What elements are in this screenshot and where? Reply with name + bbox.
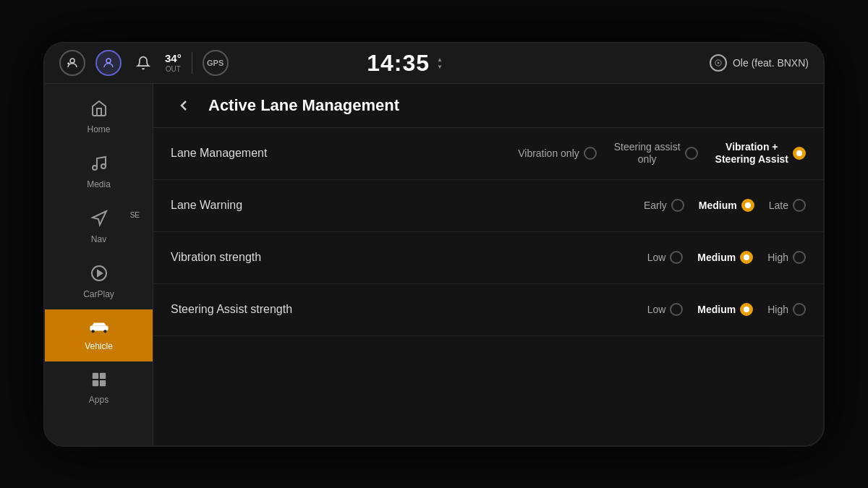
lane-warning-options: Early Medium Late xyxy=(644,199,806,212)
option-vibration-only[interactable]: Vibration only xyxy=(518,147,597,160)
settings-list: Lane Management Vibration only Steering … xyxy=(153,128,823,445)
radio-early[interactable] xyxy=(671,199,684,212)
time-arrows: ▲ ▼ xyxy=(437,56,443,70)
svg-marker-9 xyxy=(98,270,102,276)
music-play-icon xyxy=(710,54,727,72)
steering-strength-options: Low Medium High xyxy=(647,303,806,316)
media-icon xyxy=(90,155,108,176)
svg-rect-15 xyxy=(92,380,98,385)
setting-row-steering-strength: Steering Assist strength Low Medium High xyxy=(153,284,823,336)
driver-icon[interactable] xyxy=(59,50,85,76)
nav-label: Nav xyxy=(91,234,106,244)
car-screen: 34° OUT GPS 14:35 ▲ ▼ Ole (feat. BNXN) xyxy=(43,42,825,447)
radio-vib-high[interactable] xyxy=(793,251,806,264)
sidebar-item-vehicle[interactable]: Vehicle xyxy=(45,309,153,361)
back-button[interactable] xyxy=(171,93,197,119)
lane-management-label: Lane Management xyxy=(171,147,330,160)
radio-steer-low[interactable] xyxy=(670,303,683,316)
setting-row-lane-warning: Lane Warning Early Medium Late xyxy=(153,180,823,232)
carplay-icon xyxy=(90,265,108,286)
person-icon[interactable] xyxy=(95,50,122,76)
radio-steer-medium[interactable] xyxy=(740,303,753,316)
svg-point-12 xyxy=(103,330,106,333)
page-title: Active Lane Management xyxy=(208,96,399,115)
radio-vib-low[interactable] xyxy=(670,251,683,264)
radio-medium-warning[interactable] xyxy=(741,199,754,212)
svg-point-2 xyxy=(106,59,111,63)
svg-point-1 xyxy=(67,62,69,64)
option-steering-only[interactable]: Steering assistonly xyxy=(614,141,698,166)
carplay-label: CarPlay xyxy=(83,289,114,299)
option-vibration-steering[interactable]: Vibration +Steering Assist xyxy=(715,141,806,166)
svg-marker-4 xyxy=(718,61,720,64)
option-vib-high[interactable]: High xyxy=(767,251,806,264)
svg-point-0 xyxy=(70,59,75,63)
time-section: 14:35 ▲ ▼ xyxy=(367,50,443,77)
apps-label: Apps xyxy=(89,395,109,405)
setting-row-vibration-strength: Vibration strength Low Medium High xyxy=(153,232,823,284)
time-display: 14:35 xyxy=(367,50,430,77)
sidebar-item-nav[interactable]: Nav SE xyxy=(45,200,153,254)
option-medium-warning[interactable]: Medium xyxy=(699,199,754,212)
content-panel: Active Lane Management Lane Management V… xyxy=(153,84,823,445)
option-vib-low[interactable]: Low xyxy=(647,251,684,264)
sidebar-item-carplay[interactable]: CarPlay xyxy=(45,254,153,309)
vehicle-label: Vehicle xyxy=(85,341,113,351)
sidebar-item-media[interactable]: Media xyxy=(45,145,153,200)
svg-point-5 xyxy=(93,166,97,170)
vehicle-icon xyxy=(89,320,109,338)
lane-warning-label: Lane Warning xyxy=(171,199,330,212)
nav-icon xyxy=(90,210,108,231)
svg-point-6 xyxy=(101,164,106,168)
option-late[interactable]: Late xyxy=(769,199,806,212)
svg-point-11 xyxy=(91,330,94,333)
sidebar-item-apps[interactable]: Apps xyxy=(45,361,153,415)
music-info[interactable]: Ole (feat. BNXN) xyxy=(710,54,809,72)
radio-vib-medium[interactable] xyxy=(740,251,753,264)
bell-icon[interactable] xyxy=(132,51,155,74)
gps-icon[interactable]: GPS xyxy=(203,50,229,76)
home-label: Home xyxy=(87,124,110,134)
radio-late[interactable] xyxy=(793,199,806,212)
vibration-strength-options: Low Medium High xyxy=(647,251,806,264)
option-vib-medium[interactable]: Medium xyxy=(697,251,753,264)
vibration-strength-label: Vibration strength xyxy=(171,251,330,264)
lane-management-options: Vibration only Steering assistonly Vibra… xyxy=(518,141,806,166)
main-area: Home Media Nav xyxy=(45,84,823,445)
svg-rect-14 xyxy=(99,372,105,378)
option-steer-medium[interactable]: Medium xyxy=(697,303,753,316)
svg-rect-13 xyxy=(92,372,98,378)
setting-row-lane-management: Lane Management Vibration only Steering … xyxy=(153,128,823,180)
option-early[interactable]: Early xyxy=(644,199,684,212)
sidebar: Home Media Nav xyxy=(45,84,153,445)
apps-icon xyxy=(91,372,107,392)
nav-sub-label: SE xyxy=(130,211,140,219)
steering-strength-label: Steering Assist strength xyxy=(171,303,330,316)
media-label: Media xyxy=(87,179,111,189)
status-divider xyxy=(192,52,192,74)
radio-steer-high[interactable] xyxy=(793,303,806,316)
home-icon xyxy=(90,100,108,121)
status-bar: 34° OUT GPS 14:35 ▲ ▼ Ole (feat. BNXN) xyxy=(45,43,823,84)
temperature-display: 34° OUT xyxy=(165,53,182,73)
option-steer-low[interactable]: Low xyxy=(647,303,684,316)
sidebar-item-home[interactable]: Home xyxy=(45,90,153,145)
radio-vibration-steering[interactable] xyxy=(793,147,806,160)
music-title: Ole (feat. BNXN) xyxy=(733,57,809,69)
option-steer-high[interactable]: High xyxy=(767,303,806,316)
svg-marker-7 xyxy=(93,211,106,225)
svg-rect-16 xyxy=(99,380,105,385)
radio-steering-only[interactable] xyxy=(685,147,698,160)
radio-vibration-only[interactable] xyxy=(584,147,597,160)
content-header: Active Lane Management xyxy=(153,84,823,128)
